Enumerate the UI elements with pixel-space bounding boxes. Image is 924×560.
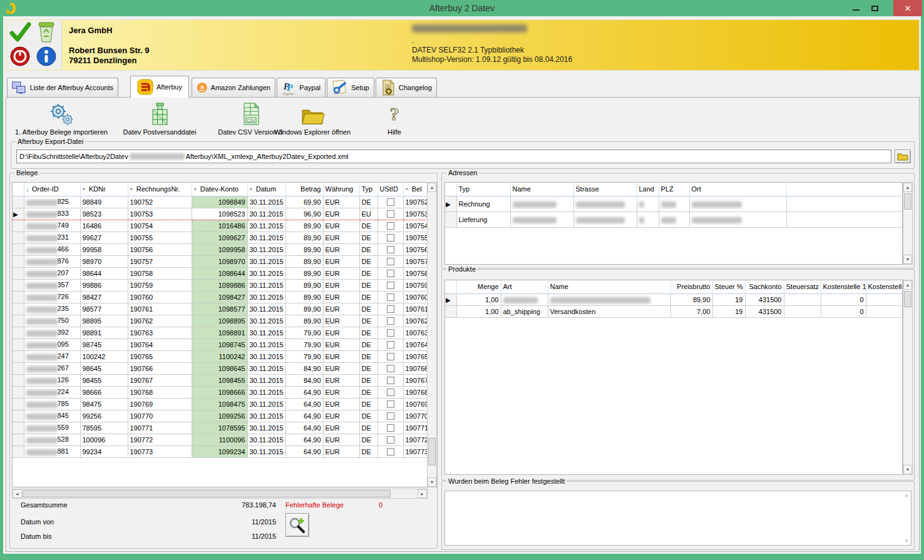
belege-row[interactable]: 26798645190766109864530.11.201584,90EURD… (13, 362, 428, 374)
cell-datum[interactable]: 30.11.2015 (247, 291, 285, 303)
cell-datum[interactable]: 30.11.2015 (247, 196, 285, 208)
cell-rechnungsnr[interactable]: 190764 (128, 339, 192, 350)
cell-datev-konto[interactable]: 1098745 (192, 339, 247, 350)
row-selector-cell[interactable]: ▶ (13, 208, 24, 220)
row-selector-cell[interactable] (13, 279, 24, 291)
row-selector-cell[interactable] (13, 243, 24, 255)
cell-beleg[interactable]: 190754 (403, 220, 428, 232)
ustid-checkbox[interactable] (387, 365, 394, 372)
cell-beleg[interactable]: 190761 (403, 303, 428, 315)
column-header-typ[interactable]: Typ (359, 183, 377, 196)
ustid-checkbox[interactable] (387, 317, 394, 325)
cell-beleg[interactable]: 190766 (403, 362, 428, 374)
ustid-checkbox[interactable] (387, 341, 394, 349)
cell-betrag[interactable]: 64,90 (285, 410, 323, 422)
scroll-down-arrow[interactable]: ▼ (903, 465, 912, 474)
cell-kdnr[interactable]: 98745 (80, 339, 128, 350)
belege-row[interactable]: 74916486190754101648630.11.201589,90EURD… (13, 220, 428, 232)
ustid-checkbox[interactable] (387, 210, 394, 218)
column-header-ustid[interactable]: UStID (377, 183, 403, 196)
cell-beleg[interactable]: 190768 (403, 386, 428, 398)
cell-datum[interactable]: 30.11.2015 (247, 315, 285, 327)
cell-kdnr[interactable]: 98455 (80, 374, 128, 386)
cell-ustid[interactable] (377, 410, 403, 422)
cell-waehrung[interactable]: EUR (323, 232, 359, 243)
cell-kdnr[interactable]: 98577 (80, 303, 128, 315)
ustid-checkbox[interactable] (387, 246, 394, 253)
produkte-vscrollbar[interactable]: ▲ ▼ (903, 280, 913, 475)
cell-datev-konto[interactable]: 1098475 (192, 398, 247, 410)
cell-rechnungsnr[interactable]: 190754 (128, 220, 192, 232)
belege-row[interactable]: 528100096190772110009630.11.201564,90EUR… (13, 434, 428, 445)
cell-datev-konto[interactable]: 1098895 (192, 315, 247, 327)
cell-typ[interactable]: DE (359, 291, 377, 303)
cell-beleg[interactable]: 190773 (403, 445, 428, 457)
cell-ustid[interactable] (377, 196, 403, 208)
row-selector-cell[interactable] (13, 255, 24, 267)
import-belege-button[interactable]: 1. Afterbuy Belege importieren (10, 101, 113, 136)
cell-steuersatz[interactable] (784, 305, 821, 317)
cell-sachkonto[interactable]: 431500 (745, 293, 784, 305)
produkte-row[interactable]: ▶1,0089,90194315000 (445, 293, 903, 305)
row-selector-cell[interactable] (13, 362, 24, 374)
cell-datum[interactable]: 30.11.2015 (247, 243, 285, 255)
cell-datev-konto[interactable]: 1098427 (192, 291, 247, 303)
cell-waehrung[interactable]: EUR (323, 362, 359, 374)
cell-order-id[interactable]: 749 (24, 220, 80, 232)
cell-rechnungsnr[interactable]: 190771 (128, 422, 192, 434)
belege-row[interactable]: 82598849190752109884930.11.201569,90EURD… (13, 196, 428, 208)
belege-hscrollbar[interactable]: ◄ ► (12, 489, 428, 499)
cell-order-id[interactable]: 224 (24, 386, 80, 398)
cell-kdnr[interactable]: 98666 (80, 386, 128, 398)
belege-row[interactable]: ▶83398523190753109852330.11.201596,90EUR… (13, 208, 428, 220)
cell-ustid[interactable] (377, 243, 403, 255)
tab-paypal[interactable]: P P PayPal Paypal (277, 78, 326, 97)
cell-datev-konto[interactable]: 1099886 (192, 279, 247, 291)
cell-beleg[interactable]: 190767 (403, 374, 428, 386)
cell-kdnr[interactable]: 98895 (80, 315, 128, 327)
column-header-plz[interactable]: PLZ (659, 183, 689, 196)
scroll-thumb[interactable] (904, 291, 911, 307)
cell-order-id[interactable]: 726 (24, 291, 80, 303)
cell-betrag[interactable]: 96,90 (285, 208, 323, 220)
belege-row[interactable]: 87698970190757109897030.11.201589,90EURD… (13, 255, 428, 267)
cell-datev-konto[interactable]: 1078595 (192, 422, 247, 434)
row-selector-cell[interactable] (445, 211, 456, 227)
cell-kdnr[interactable]: 98891 (80, 327, 128, 339)
cell-datum[interactable]: 30.11.2015 (247, 279, 285, 291)
belege-row[interactable]: 84599256190770109925630.11.201564,90EURD… (13, 410, 428, 422)
cell-betrag[interactable]: 79,90 (285, 350, 323, 362)
cell-name[interactable] (510, 211, 573, 227)
cell-waehrung[interactable]: EUR (323, 220, 359, 232)
column-header-kostenstelle[interactable]: Kostenstelle (866, 280, 903, 293)
cell-kdnr[interactable]: 98970 (80, 255, 128, 267)
cell-waehrung[interactable]: EUR (323, 291, 359, 303)
cell-datev-konto[interactable]: 1099958 (192, 243, 247, 255)
recycle-bin-button[interactable] (36, 21, 57, 44)
cell-kostenstelle2[interactable] (866, 293, 903, 305)
cell-kdnr[interactable]: 98849 (80, 196, 128, 208)
ustid-checkbox[interactable] (387, 412, 394, 420)
cell-waehrung[interactable]: EUR (323, 267, 359, 279)
cell-betrag[interactable]: 89,90 (285, 279, 323, 291)
tab-afterbuy[interactable]: Afterbuy (130, 76, 189, 98)
ok-check-button[interactable] (9, 22, 31, 43)
cell-datev-konto[interactable]: 1098523 (192, 208, 247, 220)
export-file-path-input[interactable]: D:\FibuSchnittstelle\Afterbuy2DatevAfter… (16, 150, 891, 163)
datev-postversanddatei-button[interactable]: Datev Postversanddatei (113, 101, 207, 136)
cell-datev-konto[interactable]: 1098666 (192, 386, 247, 398)
cell-order-id[interactable]: 392 (24, 327, 80, 339)
cell-typ[interactable]: DE (359, 279, 377, 291)
browse-file-button[interactable] (895, 150, 911, 163)
belege-row[interactable]: 75098895190762109889530.11.201589,90EURD… (13, 315, 428, 327)
cell-beleg[interactable]: 190755 (403, 232, 428, 243)
ustid-checkbox[interactable] (387, 377, 394, 384)
cell-typ[interactable]: DE (359, 255, 377, 267)
column-header-sachkonto[interactable]: Sachkonto (745, 280, 784, 293)
cell-waehrung[interactable]: EUR (323, 398, 359, 410)
row-selector-cell[interactable] (13, 350, 24, 362)
cell-betrag[interactable]: 69,90 (285, 196, 323, 208)
cell-sachkonto[interactable]: 431500 (745, 305, 784, 317)
cell-beleg[interactable]: 190765 (403, 350, 428, 362)
tab-amazon-zahlungen[interactable]: a Amazon Zahlungen (192, 78, 275, 97)
